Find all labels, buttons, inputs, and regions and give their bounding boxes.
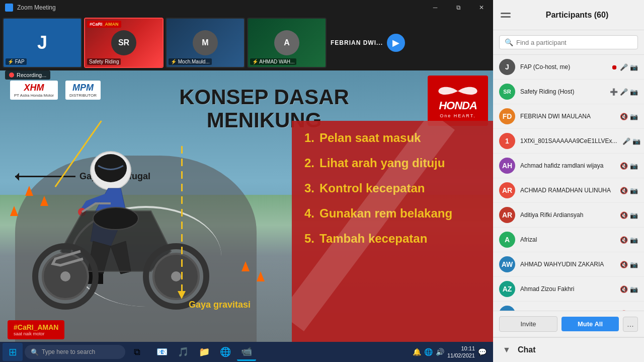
info-item-4: 4.Gunakan rem belakang xyxy=(304,206,480,221)
logo-mpm-text: MPM xyxy=(72,83,94,93)
search-icon: 🔍 xyxy=(505,38,513,46)
search-glass-icon: 🔍 xyxy=(31,348,39,356)
logo-xhm: XHM PT Astra Honda Motor xyxy=(10,81,58,100)
taskbar-app-zoom[interactable]: 📹 xyxy=(237,343,256,361)
logo-mpm-sub: DISTRIBUTOR xyxy=(69,93,97,98)
thumb-label-safety: Safety Riding xyxy=(87,58,121,65)
avatar-achmad: AH xyxy=(499,158,515,174)
more-button[interactable]: ... xyxy=(623,317,638,332)
mic-icon: 🎤 xyxy=(620,88,628,96)
close-button[interactable]: ✕ xyxy=(470,0,493,15)
svg-point-2 xyxy=(95,154,127,182)
avatar-safety: SR xyxy=(499,84,515,100)
honda-brand-text: HONDA xyxy=(439,99,477,112)
participant-item-febrian[interactable]: FD FEBRIAN DWI MAULANA 🔇 📷 xyxy=(493,104,644,129)
recording-dot xyxy=(9,73,14,78)
yellow-line-vertical xyxy=(181,146,183,292)
files-icon: 📁 xyxy=(199,346,210,357)
participant-item-aditiya[interactable]: AR Aditiya Rifki Ardiansyah 🔇 📷 xyxy=(493,203,644,228)
restore-button[interactable]: ⧉ xyxy=(447,0,470,15)
gaya-gravitasi-label: Gaya gravitasi xyxy=(189,300,251,310)
title-bar: Zoom Meeting ─ ⧉ ✕ xyxy=(0,0,493,15)
name-achmad: Achmad hafidz ramdlani wijaya xyxy=(520,162,615,169)
cone-5 xyxy=(257,271,265,281)
taskbar-right: 🔔 🌐 🔊 10:11 11/02/2021 💬 xyxy=(409,342,491,362)
slide-title-line1: KONSEP DASAR xyxy=(111,86,418,109)
active-speaker-btn[interactable]: ▶ xyxy=(387,34,405,52)
spotify-icon: 🎵 xyxy=(178,346,189,357)
invite-button[interactable]: Invite xyxy=(499,316,557,332)
participant-item-afrizal[interactable]: A Afrizal 🔇 📷 xyxy=(493,228,644,252)
mic-slash-icon-2: 🔇 xyxy=(620,113,628,120)
svg-point-6 xyxy=(171,271,181,281)
thumb-label-moch: ⚡ Moch.Mauld... xyxy=(169,58,212,65)
bottom-tag-sub: saat naik motor xyxy=(14,331,58,336)
icons-ramadhan: 🔇 📷 xyxy=(620,187,638,194)
camera-icon: 📷 xyxy=(630,88,638,96)
logo-xhm-sub: PT Astra Honda Motor xyxy=(14,93,54,98)
participant-item-fap[interactable]: J FAP (Co-host, me) ⏺ 🎤 📷 xyxy=(493,55,644,80)
taskbar-search[interactable]: 🔍 Type here to search xyxy=(25,345,125,359)
name-aditiya: Aditiya Rifki Ardiansyah xyxy=(520,211,615,219)
notification-icon[interactable]: 🔔 xyxy=(413,348,421,356)
avatar-ramadhan: AR xyxy=(499,182,515,198)
task-view-button[interactable]: ⧉ xyxy=(127,343,146,361)
participant-item-1xfxi[interactable]: 1 1XfXi_801SAAAAAA9CeE1LLVEx... 🎤 📷 xyxy=(493,129,644,154)
zoom-icon: 📹 xyxy=(241,346,252,357)
participant-item-zizou[interactable]: AZ Ahmad Zizou Fakhri 🔇 📷 xyxy=(493,277,644,302)
time-display: 10:11 xyxy=(447,345,475,352)
participant-item-ahmad-w[interactable]: AW AHMAD WAHYUDIN ZAKARIA 🔇 📷 xyxy=(493,252,644,277)
taskbar-app-chrome[interactable]: 🌐 xyxy=(216,343,235,361)
participant-thumb-moch[interactable]: M ⚡ Moch.Mauld... xyxy=(166,18,245,68)
name-safety: Safety Riding (Host) xyxy=(520,88,605,95)
chat-toggle[interactable]: ▼ xyxy=(501,344,513,356)
date-display: 11/02/2021 xyxy=(447,352,475,359)
cam-6: 📷 xyxy=(630,211,638,219)
cam-8: 📷 xyxy=(630,261,638,268)
mute-all-button[interactable]: Mute All xyxy=(561,317,619,331)
avatar-andhika: AW xyxy=(499,306,515,311)
participant-thumb-ahmad[interactable]: A ⚡ AHMAD WAH... xyxy=(247,18,327,68)
cam-9: 📷 xyxy=(630,285,638,293)
system-time[interactable]: 10:11 11/02/2021 xyxy=(447,345,475,359)
taskbar-app-outlook[interactable]: 📧 xyxy=(152,343,172,361)
search-input[interactable] xyxy=(516,39,632,46)
name-ahmad-w: AHMAD WAHYUDIN ZAKARIA xyxy=(520,261,615,268)
chat-label: Chat xyxy=(518,345,536,354)
taskbar-app-spotify[interactable]: 🎵 xyxy=(174,343,193,361)
app-icon xyxy=(5,4,13,12)
thumb-label-ahmad: ⚡ AHMAD WAH... xyxy=(250,58,296,65)
safety-riding-badge: #CaRI_AMAN xyxy=(87,21,121,28)
participant-thumb-safety[interactable]: SR #CaRI_AMAN Safety Riding xyxy=(84,18,164,68)
info-list: 1.Pelan saat masuk 2.Lihat arah yang dit… xyxy=(304,131,480,246)
participant-item-safety[interactable]: SR Safety Riding (Host) ➕ 🎤 📷 xyxy=(493,80,644,104)
recording-label: Recording... xyxy=(17,72,46,78)
mic-slash-4: 🔇 xyxy=(620,187,628,194)
participant-item-andhika[interactable]: AW Andhika wahyu ardiayansyah 🔇 📷 xyxy=(493,302,644,311)
sidebar-search: 🔍 xyxy=(493,30,644,55)
start-button[interactable]: ⊞ xyxy=(3,343,23,361)
notification-center-icon[interactable]: 💬 xyxy=(478,348,487,356)
participant-item-ramadhan[interactable]: AR ACHMAD RAMADHAN ULINUHA 🔇 📷 xyxy=(493,178,644,203)
toggle-bar-1 xyxy=(501,13,511,14)
search-input-wrap[interactable]: 🔍 xyxy=(499,35,638,49)
cam-4: 📷 xyxy=(630,162,638,170)
network-icon[interactable]: 🌐 xyxy=(424,348,433,356)
motorcycle-svg xyxy=(10,110,236,322)
taskbar-app-files[interactable]: 📁 xyxy=(195,343,214,361)
yellow-arrow-down xyxy=(178,291,186,299)
minimize-button[interactable]: ─ xyxy=(424,0,447,15)
sidebar-toggle[interactable] xyxy=(501,9,513,21)
honda-logo-box: HONDA One HEART. xyxy=(428,76,488,126)
name-zizou: Ahmad Zizou Fakhri xyxy=(520,285,615,293)
volume-icon[interactable]: 🔊 xyxy=(436,348,444,356)
icons-zizou: 🔇 📷 xyxy=(620,285,638,293)
avatar-zizou: AZ xyxy=(499,281,515,297)
cam-3: 📷 xyxy=(632,137,640,145)
windows-logo-icon: ⊞ xyxy=(9,346,17,358)
participant-item-achmad[interactable]: AH Achmad hafidz ramdlani wijaya 🔇 📷 xyxy=(493,154,644,178)
participant-thumb-fap[interactable]: J ⚡ FAP xyxy=(3,18,82,68)
cone-4 xyxy=(242,261,250,271)
mic-3: 🎤 xyxy=(622,137,630,145)
taskbar-apps: 📧 🎵 📁 🌐 📹 xyxy=(152,343,256,361)
